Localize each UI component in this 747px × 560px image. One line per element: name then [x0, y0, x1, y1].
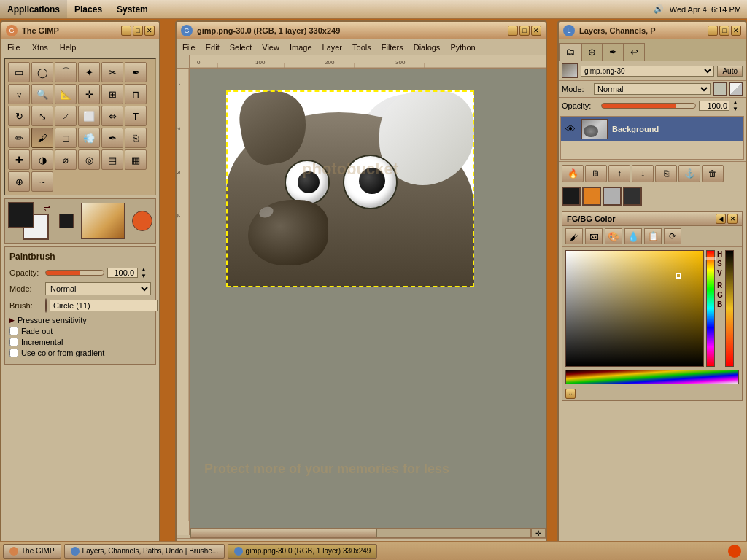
opacity-up-btn[interactable]: ▲ [732, 99, 743, 106]
shear-tool[interactable]: ⟋ [55, 106, 77, 126]
crop-tool[interactable]: ⊓ [125, 84, 147, 104]
use-color-gradient-checkbox[interactable] [9, 349, 18, 357]
paintbrush-tool[interactable]: 🖌 [31, 128, 53, 148]
paths-tab[interactable]: ✒ [603, 43, 624, 61]
clipboard-color-icon[interactable]: 📋 [644, 228, 662, 244]
default-colors-icon[interactable] [59, 214, 74, 228]
fgbg-scroll-right[interactable]: ✕ [727, 214, 738, 224]
places-menu[interactable]: Places [67, 0, 109, 18]
eyedropper-mini-icon[interactable]: ↔ [565, 389, 576, 399]
scale-tool[interactable]: ⤡ [31, 106, 53, 126]
pressure-sensitivity-row[interactable]: ▶ Pressure sensitivity [9, 316, 151, 324]
airbrush-tool[interactable]: 💨 [78, 128, 100, 148]
undo-tab[interactable]: ↩ [624, 43, 645, 61]
layers-opacity-slider[interactable] [601, 103, 696, 109]
raise-layer-btn[interactable]: ↑ [608, 165, 630, 182]
color-secondary-bar[interactable] [725, 250, 734, 367]
toolbox-minimize-btn[interactable]: _ [121, 26, 131, 36]
fgbg-scroll-left[interactable]: ◀ [716, 214, 726, 224]
smudge-tool[interactable]: ⌀ [55, 149, 77, 170]
layers-tab[interactable]: 🗂 [559, 43, 581, 61]
delete-layer-btn[interactable]: 🗑 [702, 165, 724, 182]
bucket-fill-tool[interactable]: ▤ [101, 149, 123, 170]
color-palette-strip[interactable] [565, 370, 739, 384]
brush-name-input[interactable] [50, 300, 158, 311]
align-tool[interactable]: ⊞ [101, 84, 123, 104]
scissors-tool[interactable]: ✂ [101, 62, 123, 82]
canvas-filters-menu[interactable]: Filters [379, 42, 406, 53]
canvas-minimize-btn[interactable]: _ [508, 26, 518, 36]
new-layer-btn[interactable]: 🗎 [585, 165, 607, 182]
canvas-python-menu[interactable]: Python [447, 42, 478, 53]
pencil-tool[interactable]: ✏ [8, 128, 30, 148]
toolbox-maximize-btn[interactable]: □ [133, 26, 143, 36]
eraser-tool[interactable]: ◻ [55, 128, 77, 148]
color-swatch-darkgray[interactable] [623, 187, 642, 206]
pattern-fill-icon[interactable] [132, 211, 152, 231]
paths-tool[interactable]: ✒ [125, 62, 147, 82]
duplicate-layer-btn[interactable]: ⎘ [655, 165, 677, 182]
hue-bar[interactable] [706, 250, 715, 367]
fade-out-checkbox[interactable] [9, 327, 18, 335]
canvas-image[interactable]: photobucket [226, 90, 474, 287]
layers-opacity-value[interactable] [699, 101, 729, 111]
auto-button[interactable]: Auto [717, 66, 743, 77]
color-swatch-gray[interactable] [603, 187, 622, 206]
pattern-icon[interactable]: 🖂 [585, 228, 603, 244]
lower-layer-btn[interactable]: ↓ [632, 165, 654, 182]
ink-tool[interactable]: ✒ [101, 128, 123, 148]
flip-tool[interactable]: ⇔ [101, 106, 123, 126]
mode-select[interactable]: Normal [45, 282, 151, 295]
volume-icon[interactable]: 🔊 [654, 4, 664, 14]
opacity-value[interactable] [107, 268, 138, 278]
layers-minimize-btn[interactable]: _ [708, 26, 718, 36]
toolbox-file-menu[interactable]: File [4, 42, 23, 53]
incremental-checkbox[interactable] [9, 338, 18, 346]
canvas-file-menu[interactable]: File [179, 42, 198, 53]
rotate-tool[interactable]: ↻ [8, 106, 30, 126]
gradient-preview[interactable] [81, 203, 125, 239]
layer-checkerboard-btn[interactable] [729, 82, 743, 96]
color-swatch-orange[interactable] [582, 187, 601, 206]
canvas-select-menu[interactable]: Select [227, 42, 255, 53]
channels-tab[interactable]: ⊕ [581, 43, 603, 61]
canvas-close-btn[interactable]: ✕ [531, 26, 541, 36]
text-tool[interactable]: T [125, 106, 147, 126]
convolve-tool[interactable]: ◎ [78, 149, 100, 170]
layers-taskbar-btn[interactable]: Layers, Channels, Paths, Undo | Brushe..… [64, 544, 225, 559]
opacity-up-btn[interactable]: ▲ [141, 266, 151, 273]
image-selector[interactable]: gimp.png-30 [581, 66, 714, 77]
opacity-slider[interactable] [45, 270, 104, 276]
new-layer-from-visible-btn[interactable]: 🔥 [562, 165, 584, 182]
canvas-maximize-btn[interactable]: □ [519, 26, 530, 36]
perspective-tool[interactable]: ⬜ [78, 106, 100, 126]
dodge-burn-tool[interactable]: ◑ [31, 149, 53, 170]
rect-select-tool[interactable]: ▭ [8, 62, 30, 82]
applications-menu[interactable]: Applications [0, 0, 67, 18]
h-scroll-thumb[interactable] [190, 529, 377, 537]
h-scrollbar[interactable] [190, 528, 531, 538]
fg-color-swatch[interactable] [8, 202, 34, 228]
saturation-value-square[interactable] [565, 250, 704, 367]
gimp-taskbar-btn[interactable]: The GIMP [3, 544, 61, 559]
canvas-layer-menu[interactable]: Layer [320, 42, 346, 53]
canvas-image-menu[interactable]: Image [287, 42, 315, 53]
color-swap-icon[interactable]: ⇌ [44, 203, 50, 213]
system-menu[interactable]: System [109, 0, 155, 18]
canvas-tools-menu[interactable]: Tools [349, 42, 374, 53]
heal-tool[interactable]: ✚ [8, 149, 30, 170]
canvas-view-menu[interactable]: View [259, 42, 282, 53]
opacity-down-btn[interactable]: ▼ [141, 273, 151, 279]
move-tool[interactable]: ✛ [78, 84, 100, 104]
layers-mode-select[interactable]: Normal [594, 83, 711, 95]
color-balance-tool[interactable]: ⊕ [8, 171, 30, 192]
measure-tool[interactable]: 📐 [55, 84, 77, 104]
clone-tool[interactable]: ⎘ [125, 128, 147, 148]
blend-tool[interactable]: ▦ [125, 149, 147, 170]
dropper-icon[interactable]: 💧 [624, 228, 642, 244]
fuzzy-select-tool[interactable]: ✦ [78, 62, 100, 82]
warp-tool[interactable]: ~ [31, 171, 53, 192]
opacity-down-btn[interactable]: ▼ [732, 106, 743, 112]
fg-paint-icon[interactable]: 🖌 [565, 228, 583, 244]
toolbox-close-btn[interactable]: ✕ [144, 26, 155, 36]
